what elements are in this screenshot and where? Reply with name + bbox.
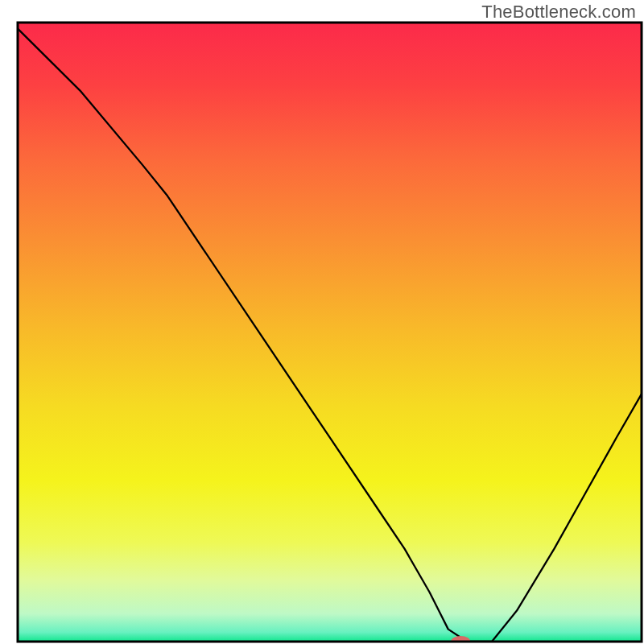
bottleneck-chart xyxy=(0,0,644,644)
watermark-text: TheBottleneck.com xyxy=(481,2,636,23)
gradient-background xyxy=(18,23,642,642)
chart-container: TheBottleneck.com xyxy=(0,0,644,644)
